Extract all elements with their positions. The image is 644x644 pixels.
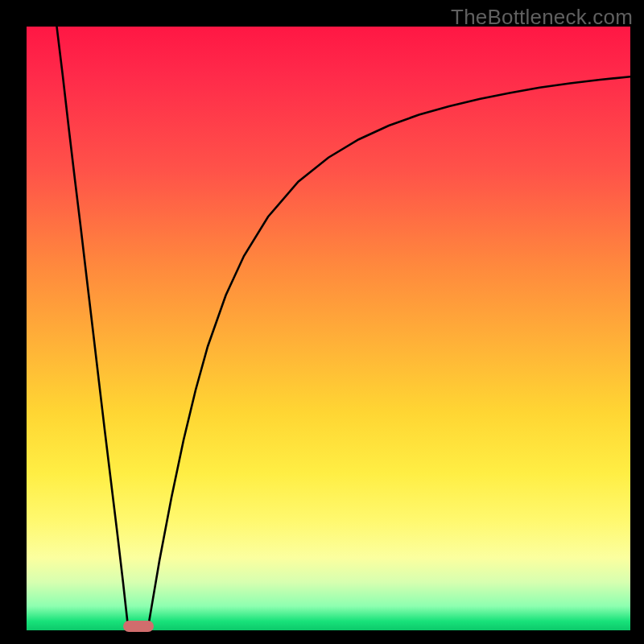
plot-area	[27, 27, 630, 630]
watermark-text: TheBottleneck.com	[451, 5, 633, 30]
bottleneck-marker	[123, 621, 154, 632]
chart-frame: TheBottleneck.com	[0, 0, 644, 644]
